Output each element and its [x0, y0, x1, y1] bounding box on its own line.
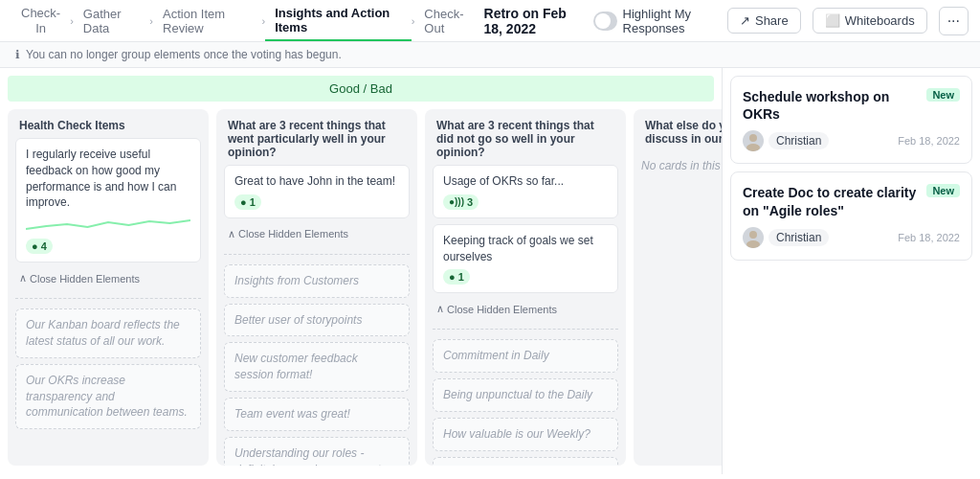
- close-hidden-well[interactable]: ∧ Close Hidden Elements: [224, 226, 410, 242]
- action-date-2: Feb 18, 2022: [898, 232, 960, 243]
- more-icon: ···: [947, 12, 960, 29]
- assignee-name-2: Christian: [768, 229, 829, 246]
- new-badge-1: New: [926, 88, 960, 102]
- svg-point-3: [746, 240, 760, 248]
- share-icon: ↗: [740, 13, 750, 28]
- divider-3: [433, 329, 618, 330]
- content-area: Good / Bad Health Check Items I regularl…: [0, 68, 980, 474]
- vote-button-1[interactable]: ● 4: [26, 239, 53, 254]
- nav-check-in-label: Check-In: [21, 6, 60, 35]
- highlight-toggle-label: Highlight My Responses: [623, 7, 716, 35]
- chevron-up-icon-2: ∧: [228, 228, 235, 240]
- not-well-content: Usage of OKRs so far... ●))) 3 Keeping t…: [425, 165, 626, 466]
- card-well-hidden-3: New customer feedback session format!: [224, 342, 410, 392]
- whiteboards-label: Whiteboards: [845, 13, 915, 28]
- card-notwell-2: Keeping track of goals we set ourselves …: [433, 224, 618, 294]
- nav-gather-data-label: Gather Data: [83, 7, 141, 35]
- avatar-row-2: Christian: [743, 227, 829, 248]
- share-label: Share: [755, 13, 789, 28]
- card-health-1: I regularly receive useful feedback on h…: [15, 138, 201, 262]
- card-health-hidden-1: Our Kanban board reflects the latest sta…: [15, 308, 201, 358]
- card-notwell-hidden-4: How roles are distributed: [433, 457, 618, 466]
- info-bar: ℹ You can no longer group elements once …: [0, 42, 980, 68]
- health-check-content: I regularly receive useful feedback on h…: [8, 138, 209, 466]
- info-icon: ℹ: [15, 48, 20, 61]
- new-badge-2: New: [926, 184, 960, 197]
- chevron-up-icon-3: ∧: [436, 303, 444, 315]
- columns-row: Health Check Items I regularly receive u…: [0, 102, 722, 473]
- vote-row-well-1: ● 1: [234, 194, 399, 210]
- card-notwell-1: Usage of OKRs so far... ●))) 3: [433, 165, 618, 218]
- action-card-1: New Schedule workshop on OKRs Christian …: [730, 76, 972, 164]
- vote-button-notwell-2[interactable]: ● 1: [443, 269, 470, 285]
- card-well-hidden-1: Insights from Customers: [224, 264, 410, 298]
- svg-point-1: [746, 144, 760, 151]
- nav-action-item-review[interactable]: Action Item Review: [153, 0, 261, 41]
- vote-row-notwell-1: ●))) 3: [443, 194, 608, 210]
- vote-icon-notwell-2: ●: [449, 271, 456, 283]
- action-footer-2: Christian Feb 18, 2022: [743, 227, 960, 248]
- toggle-knob: [595, 13, 611, 29]
- share-button[interactable]: ↗ Share: [727, 8, 801, 34]
- nav-insights-action-items[interactable]: Insights and Action Items: [265, 0, 411, 41]
- divider-2: [224, 254, 410, 255]
- action-footer-1: Christian Feb 18, 2022: [743, 130, 960, 151]
- svg-point-0: [749, 134, 757, 142]
- vote-button-well-1[interactable]: ● 1: [234, 194, 261, 210]
- nav-right-section: Retro on Feb 18, 2022 Highlight My Respo…: [484, 6, 969, 36]
- highlight-toggle[interactable]: [593, 11, 617, 31]
- columns-area: Good / Bad Health Check Items I regularl…: [0, 68, 722, 474]
- card-notwell-hidden-2: Being unpunctual to the Daily: [433, 378, 618, 412]
- whiteboard-icon: ⬜: [825, 13, 840, 28]
- nav-check-out-label: Check-Out: [424, 7, 474, 35]
- card-health-hidden-2: Our OKRs increase transparency and commu…: [15, 364, 201, 429]
- action-card-2: New Create Doc to create clarity on "Agi…: [730, 171, 972, 260]
- highlight-toggle-wrap: Highlight My Responses: [593, 7, 716, 35]
- action-card-1-header: New Schedule workshop on OKRs: [743, 88, 960, 123]
- health-check-column: Health Check Items I regularly receive u…: [8, 109, 209, 466]
- health-check-header: Health Check Items: [8, 109, 209, 138]
- nav-insights-label: Insights and Action Items: [275, 6, 401, 34]
- more-button[interactable]: ···: [939, 7, 969, 35]
- good-bad-banner: Good / Bad: [8, 76, 714, 102]
- divider-1: [15, 298, 201, 299]
- vote-icon-notwell-1: ●))): [449, 196, 464, 207]
- info-message: You can no longer group elements once th…: [26, 48, 342, 61]
- avatar-2: [743, 227, 764, 248]
- nav-check-in[interactable]: Check-In: [11, 0, 70, 41]
- svg-point-2: [749, 231, 757, 239]
- went-well-content: Great to have John in the team! ● 1 ∧ Cl…: [216, 165, 417, 466]
- card-well-hidden-5: Understanding our roles - definitely som…: [224, 437, 410, 466]
- vote-row-1: ● 4: [26, 239, 190, 254]
- vote-icon-well-1: ●: [240, 196, 247, 208]
- vote-row-notwell-2: ● 1: [443, 269, 608, 285]
- close-hidden-notwell[interactable]: ∧ Close Hidden Elements: [433, 301, 618, 317]
- card-notwell-hidden-3: How valuable is our Weekly?: [433, 418, 618, 451]
- whiteboards-button[interactable]: ⬜ Whiteboards: [813, 8, 927, 34]
- else-column: What else do you want to discuss in our …: [634, 109, 722, 466]
- went-well-header: What are 3 recent things that went parti…: [216, 109, 417, 165]
- close-hidden-health[interactable]: ∧ Close Hidden Elements: [15, 270, 201, 286]
- card-well-hidden-4: Team event was great!: [224, 398, 410, 431]
- else-header: What else do you want to discuss in our …: [634, 109, 722, 151]
- action-card-2-header: New Create Doc to create clarity on "Agi…: [743, 184, 960, 218]
- chevron-up-icon: ∧: [19, 272, 27, 285]
- vote-button-notwell-1[interactable]: ●))) 3: [443, 194, 479, 210]
- vote-icon-1: ●: [32, 240, 38, 252]
- card-well-hidden-2: Better user of storypoints: [224, 304, 410, 337]
- card-well-1: Great to have John in the team! ● 1: [224, 165, 410, 218]
- sparkline-1: [26, 215, 190, 234]
- top-nav: Check-In › Gather Data › Action Item Rev…: [0, 0, 980, 42]
- nav-check-out[interactable]: Check-Out: [414, 0, 483, 41]
- avatar-1: [743, 130, 764, 151]
- retro-title: Retro on Feb 18, 2022: [484, 6, 582, 36]
- card-notwell-hidden-1: Commitment in Daily: [433, 339, 618, 373]
- nav-action-item-review-label: Action Item Review: [163, 7, 252, 35]
- went-well-column: What are 3 recent things that went parti…: [216, 109, 417, 466]
- action-date-1: Feb 18, 2022: [898, 135, 960, 147]
- not-well-column: What are 3 recent things that did not go…: [425, 109, 626, 466]
- else-content: No cards in this c...: [634, 151, 722, 466]
- not-well-header: What are 3 recent things that did not go…: [425, 109, 626, 165]
- no-cards-msg: No cards in this c...: [641, 151, 722, 180]
- nav-gather-data[interactable]: Gather Data: [74, 0, 150, 41]
